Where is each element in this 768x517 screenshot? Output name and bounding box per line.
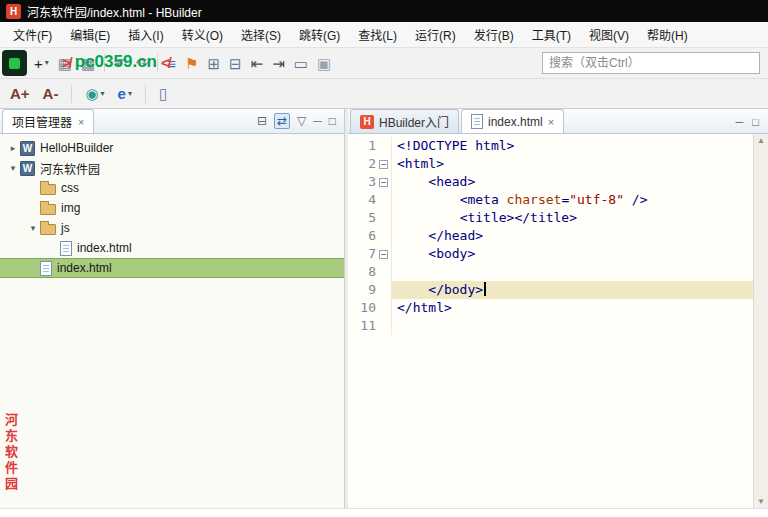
toolbar-font-increase-button[interactable]: A+ (10, 86, 30, 101)
code-segment: charset (507, 192, 562, 207)
editor-scrollbar[interactable]: ▲ ▼ (753, 134, 768, 508)
code-line[interactable]: 1<!DOCTYPE html> (348, 137, 753, 155)
editor-maximize-icon[interactable]: □ (752, 116, 759, 128)
code-line[interactable]: 5 <title></title> (348, 209, 753, 227)
project-panel-tab[interactable]: 项目管理器 × (2, 109, 94, 133)
search-box (542, 52, 760, 74)
toolbar-run-browser-button[interactable]: e▾ (118, 86, 132, 101)
tree-item[interactable]: index.html (0, 238, 344, 258)
code-text[interactable]: <meta charset="utf-8" /> (392, 191, 753, 209)
code-line[interactable]: 3− <head> (348, 173, 753, 191)
dropdown-arrow-icon[interactable]: ▾ (45, 59, 49, 67)
fold-toggle-icon[interactable]: − (379, 178, 388, 187)
search-input[interactable] (542, 52, 760, 74)
font-increase-icon: A+ (10, 86, 30, 101)
hbuilder-app-icon: H (6, 4, 21, 19)
tree-item[interactable]: ▸WHelloHBuilder (0, 138, 344, 158)
code-text[interactable]: </head> (392, 227, 753, 245)
menu-file[interactable]: 文件(F) (4, 22, 61, 47)
tree-item[interactable]: index.html (0, 258, 344, 278)
link-with-editor-icon[interactable]: ⇄ (274, 113, 290, 129)
toolbar-import-button[interactable]: ⊞ (208, 56, 221, 71)
panel-close-icon[interactable]: × (78, 116, 84, 128)
line-number: 9 (348, 281, 376, 299)
toolbar-export-button[interactable]: ⊟ (229, 56, 242, 71)
toolbar-color-picker-button[interactable]: ◉▾ (85, 86, 104, 101)
project-panel-header: 项目管理器 × ⊟⇄▽─□ (0, 109, 344, 134)
color-picker-icon: ◉ (85, 86, 98, 101)
line-number: 11 (348, 317, 376, 335)
editor-panel: HHBuilder入门index.html× ─□ 1<!DOCTYPE htm… (348, 109, 768, 508)
device-preview-icon: ▯ (159, 86, 167, 101)
collapse-all-icon[interactable]: ⊟ (257, 115, 267, 127)
code-text[interactable]: <title></title> (392, 209, 753, 227)
menu-help[interactable]: 帮助(H) (638, 22, 697, 47)
line-number: 3 (348, 173, 376, 191)
tree-item[interactable]: ▾js (0, 218, 344, 238)
minimize-icon[interactable]: ─ (313, 115, 322, 127)
editor-tabs: HHBuilder入门index.html× (348, 109, 564, 133)
toolbar-device-preview-button[interactable]: ▯ (159, 86, 167, 101)
menu-escape[interactable]: 转义(O) (173, 22, 232, 47)
menu-view[interactable]: 视图(V) (580, 22, 638, 47)
view-menu-icon[interactable]: ▽ (297, 115, 306, 127)
code-line[interactable]: 2−<html> (348, 155, 753, 173)
html-file-icon (471, 114, 483, 129)
code-text[interactable]: </html> (392, 299, 753, 317)
code-text[interactable]: <body> (392, 245, 753, 263)
dropdown-arrow-icon[interactable]: ▾ (101, 90, 105, 98)
menu-run[interactable]: 运行(R) (406, 22, 465, 47)
toolbar-preview-button[interactable]: ▣ (317, 56, 331, 71)
maximize-icon[interactable]: □ (329, 115, 336, 127)
menu-select[interactable]: 选择(S) (232, 22, 290, 47)
expander-icon[interactable]: ▾ (6, 163, 20, 173)
code-line[interactable]: 9 </body> (348, 281, 753, 299)
menu-publish[interactable]: 发行(B) (465, 22, 523, 47)
menu-goto[interactable]: 跳转(G) (290, 22, 349, 47)
tree-item[interactable]: img (0, 198, 344, 218)
menu-tools[interactable]: 工具(T) (523, 22, 580, 47)
menu-insert[interactable]: 插入(I) (119, 22, 172, 47)
tab-label: HBuilder入门 (379, 113, 449, 130)
code-text[interactable] (392, 317, 753, 335)
toolbar-comment-button[interactable]: ▭ (294, 56, 308, 71)
code-line[interactable]: 11 (348, 317, 753, 335)
fold-toggle-icon[interactable]: − (379, 160, 388, 169)
expander-icon[interactable]: ▾ (26, 223, 40, 233)
tree-item[interactable]: css (0, 178, 344, 198)
code-line[interactable]: 4 <meta charset="utf-8" /> (348, 191, 753, 209)
toolbar-new-file-button[interactable]: +▾ (34, 56, 49, 71)
menu-edit[interactable]: 编辑(E) (61, 22, 119, 47)
code-line[interactable]: 7− <body> (348, 245, 753, 263)
code-text[interactable]: </body> (392, 281, 753, 299)
toolbar-jump-start-button[interactable]: ⇤ (251, 56, 264, 71)
dropdown-arrow-icon[interactable]: ▾ (128, 90, 132, 98)
code-editor[interactable]: 1<!DOCTYPE html>2−<html>3− <head>4 <meta… (348, 134, 768, 508)
menu-find[interactable]: 查找(L) (349, 22, 406, 47)
editor-tab-1[interactable]: index.html× (461, 109, 564, 133)
code-segment: <meta (460, 192, 507, 207)
toolbar-bookmark-button[interactable]: ⚑ (185, 56, 198, 71)
code-line[interactable]: 10</html> (348, 299, 753, 317)
expander-icon[interactable]: ▸ (6, 143, 20, 153)
tree-item[interactable]: ▾W河东软件园 (0, 158, 344, 178)
scroll-up-icon[interactable]: ▲ (757, 136, 765, 145)
code-text[interactable]: <!DOCTYPE html> (392, 137, 753, 155)
code-text[interactable] (392, 263, 753, 281)
toolbar-font-decrease-button[interactable]: A- (43, 86, 59, 101)
editor-tab-0[interactable]: HHBuilder入门 (350, 109, 459, 133)
code-text[interactable]: <head> (392, 173, 753, 191)
jump-end-icon: ⇥ (272, 56, 285, 71)
line-number: 10 (348, 299, 376, 317)
code-line[interactable]: 8 (348, 263, 753, 281)
preview-icon: ▣ (317, 56, 331, 71)
editor-minimize-icon[interactable]: ─ (736, 116, 744, 128)
fold-column (376, 227, 392, 245)
tab-close-icon[interactable]: × (548, 116, 554, 128)
toolbar-jump-end-button[interactable]: ⇥ (272, 56, 285, 71)
scroll-down-icon[interactable]: ▼ (757, 497, 765, 506)
code-line[interactable]: 6 </head> (348, 227, 753, 245)
code-text[interactable]: <html> (392, 155, 753, 173)
fold-toggle-icon[interactable]: − (379, 250, 388, 259)
bookmark-icon: ⚑ (185, 56, 198, 71)
